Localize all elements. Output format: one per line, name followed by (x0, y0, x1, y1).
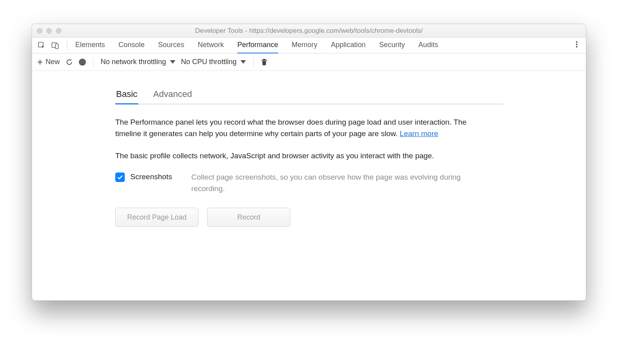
devtools-window: Developer Tools - https://developers.goo… (32, 24, 586, 301)
tab-network[interactable]: Network (198, 38, 224, 53)
performance-panel-content: Basic Advanced The Performance panel let… (32, 71, 586, 300)
record-buttons: Record Page Load Record (115, 208, 562, 227)
screenshots-description: Collect page screenshots, so you can obs… (191, 172, 468, 194)
screenshots-label: Screenshots (130, 172, 186, 181)
network-throttling-dropdown[interactable]: No network throttling (101, 58, 175, 66)
tab-memory[interactable]: Memory (292, 38, 317, 53)
tab-audits[interactable]: Audits (418, 38, 438, 53)
window-controls (37, 28, 61, 34)
performance-toolbar: New No network throttling No CPU throttl… (32, 53, 586, 71)
window-title: Developer Tools - https://developers.goo… (32, 27, 586, 35)
tab-security[interactable]: Security (379, 38, 405, 53)
zoom-window-button[interactable] (56, 28, 61, 34)
record-page-load-button[interactable]: Record Page Load (115, 208, 198, 227)
more-options-icon[interactable] (572, 40, 582, 50)
device-toolbar-icon[interactable] (50, 40, 61, 51)
record-icon (79, 59, 86, 66)
intro-paragraph: The Performance panel lets you record wh… (115, 116, 468, 140)
cpu-throttling-dropdown[interactable]: No CPU throttling (181, 58, 246, 66)
subtab-advanced[interactable]: Advanced (152, 87, 193, 104)
profile-subtabs: Basic Advanced (115, 87, 503, 104)
svg-point-3 (576, 41, 578, 43)
record-button-main[interactable]: Record (207, 208, 290, 227)
chevron-down-icon (170, 60, 175, 64)
cpu-throttle-label: No CPU throttling (181, 58, 236, 66)
svg-point-4 (576, 44, 578, 45)
learn-more-link[interactable]: Learn more (400, 129, 438, 138)
minimize-window-button[interactable] (46, 28, 52, 34)
svg-point-5 (576, 46, 578, 47)
separator (67, 41, 67, 50)
tab-elements[interactable]: Elements (75, 38, 105, 53)
separator (253, 58, 254, 66)
subtab-basic[interactable]: Basic (115, 87, 138, 104)
close-window-button[interactable] (37, 28, 42, 34)
reload-button[interactable] (65, 58, 73, 66)
record-button[interactable] (79, 59, 86, 66)
inspect-element-icon[interactable] (36, 40, 47, 51)
panel-tabs: Elements Console Sources Network Perform… (75, 38, 438, 53)
tab-sources[interactable]: Sources (158, 38, 184, 53)
new-recording-button[interactable]: New (37, 58, 60, 66)
tab-console[interactable]: Console (118, 38, 145, 53)
chevron-down-icon (240, 60, 246, 64)
basic-profile-paragraph: The basic profile collects network, Java… (115, 150, 468, 161)
tab-performance[interactable]: Performance (237, 38, 278, 53)
network-throttle-label: No network throttling (101, 58, 166, 66)
separator (93, 58, 93, 66)
main-tabstrip: Elements Console Sources Network Perform… (32, 38, 586, 53)
tab-application[interactable]: Application (331, 38, 366, 53)
screenshots-option: Screenshots Collect page screenshots, so… (115, 172, 468, 194)
svg-rect-2 (55, 44, 58, 49)
titlebar: Developer Tools - https://developers.goo… (32, 24, 586, 38)
new-label: New (46, 58, 60, 66)
clear-button[interactable] (261, 58, 268, 66)
screenshots-checkbox[interactable] (115, 173, 125, 182)
